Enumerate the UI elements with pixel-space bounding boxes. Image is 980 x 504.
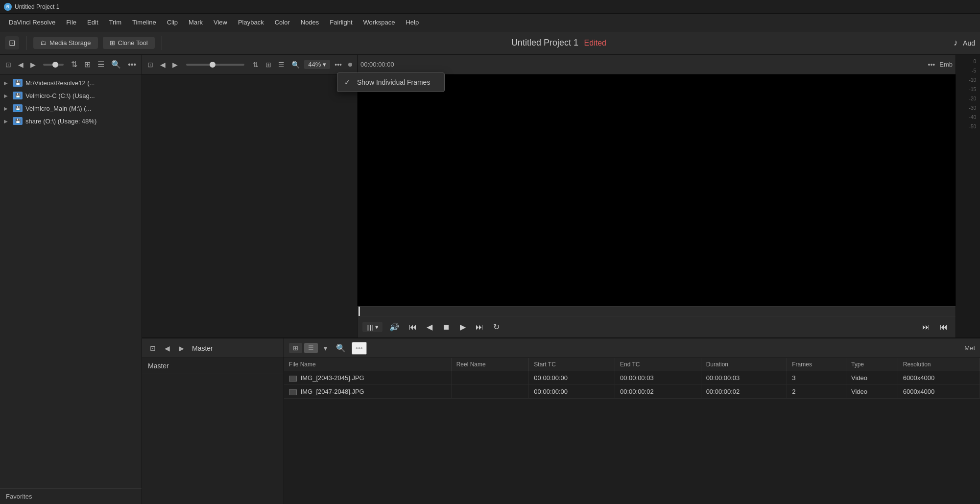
menu-edit[interactable]: Edit (82, 17, 103, 28)
skip-to-start-button[interactable]: ⏮ (406, 321, 420, 334)
browser-top-toolbar: ⊡ ◀ ▶ ⇅ ⊞ ☰ 🔍 44% ▾ (142, 55, 357, 74)
col-type: Type (846, 358, 898, 371)
grid-view-button[interactable]: ⊞ (82, 58, 93, 71)
bt-sort-button[interactable]: ⇅ (250, 59, 261, 70)
dropdown-menu: ✓ Show Individual Frames (337, 72, 445, 92)
vu-label-2: -10 (958, 77, 978, 83)
grid-view-toggle[interactable]: ⊞ (289, 343, 302, 353)
cell-duration-0: 00:00:00:03 (701, 371, 787, 385)
drive-item-1[interactable]: ▶ 💾 Velmicro-C (C:\) (Usag... (0, 89, 142, 102)
menu-color[interactable]: Color (270, 17, 295, 28)
play-button[interactable]: ▶ (457, 320, 469, 334)
cell-frames-0: 3 (787, 371, 846, 385)
expand-icon-3: ▶ (4, 119, 10, 124)
zoom-display[interactable]: 44% ▾ (304, 60, 330, 69)
media-storage-button[interactable]: 🗂 Media Storage (33, 37, 98, 49)
upper-section: ⊡ ◀ ▶ ⇅ ⊞ ☰ 🔍 44% ▾ (142, 55, 980, 337)
more-options-button[interactable]: ••• (125, 59, 139, 71)
menu-fairlight[interactable]: Fairlight (325, 17, 357, 28)
volume-button[interactable]: 🔊 (386, 320, 402, 334)
list-view-toggle[interactable]: ☰ (304, 343, 318, 353)
show-individual-frames-item[interactable]: ✓ Show Individual Frames (337, 75, 444, 90)
bl-next-button[interactable]: ▶ (176, 343, 187, 354)
clone-tool-button[interactable]: ⊞ Clone Tool (103, 37, 155, 49)
cell-duration-1: 00:00:00:02 (701, 385, 787, 399)
menu-file[interactable]: File (61, 17, 81, 28)
first-frame-button[interactable]: ⏮ (937, 321, 951, 334)
loop-button[interactable]: ↻ (490, 320, 502, 334)
bottom-search-button[interactable]: 🔍 (333, 342, 349, 354)
bt-search-button[interactable]: 🔍 (289, 59, 302, 70)
drive-item-2[interactable]: ▶ 💾 Velmicro_Main (M:\) (... (0, 102, 142, 115)
menu-davinci[interactable]: DaVinci Resolve (4, 17, 60, 28)
left-panel-toolbar: ⊡ ◀ ▶ ⇅ ⊞ ☰ 🔍 ••• (0, 55, 142, 74)
drive-item-0[interactable]: ▶ 💾 M:\Videos\Resolve12 (... (0, 76, 142, 89)
list-view-button[interactable]: ☰ (95, 58, 107, 71)
vu-label-5: -30 (958, 105, 978, 111)
audio-label: Aud (963, 39, 975, 47)
cell-resolution-0: 6000x4000 (898, 371, 980, 385)
menu-mark[interactable]: Mark (184, 17, 208, 28)
panel-toggle-button[interactable]: ⊡ (3, 59, 14, 70)
cell-filename-1: IMG_[2047-2048].JPG (284, 385, 451, 399)
table-row[interactable]: IMG_[2043-2045].JPG 00:00:00:00 00:00:00… (284, 371, 980, 385)
cell-filename-0: IMG_[2043-2045].JPG (284, 371, 451, 385)
cell-type-1: Video (846, 385, 898, 399)
col-endtc: End TC (615, 358, 701, 371)
nav-prev-button[interactable]: ◀ (16, 59, 26, 70)
cell-starttc-1: 00:00:00:00 (529, 385, 615, 399)
bt-list-button[interactable]: ☰ (276, 59, 287, 70)
left-file-panel: ⊡ ◀ ▶ ⇅ ⊞ ☰ 🔍 ••• ▶ 💾 M:\Videos\Resolve1… (0, 55, 142, 504)
menu-timeline[interactable]: Timeline (127, 17, 161, 28)
toolbar-separator-1 (26, 36, 26, 50)
master-label-header: Master (142, 358, 284, 374)
dropdown-toggle-button[interactable]: ▾ (321, 343, 330, 354)
browser-panel: ⊡ ◀ ▶ ⇅ ⊞ ☰ 🔍 44% ▾ (142, 55, 358, 337)
bt-prev-button[interactable]: ◀ (158, 59, 168, 70)
bt-toggle-button[interactable]: ⊡ (145, 59, 156, 70)
master-header-text: Master (148, 362, 169, 370)
workspace-toggle-button[interactable]: ⊡ (5, 36, 19, 49)
waveform-display[interactable]: |||| ▾ (362, 322, 382, 332)
menu-help[interactable]: Help (401, 17, 424, 28)
bt-grid-button[interactable]: ⊞ (263, 59, 274, 70)
file-thumb-icon-1 (289, 389, 297, 395)
step-back-button[interactable]: ◀ (424, 320, 435, 334)
bottom-more-button[interactable]: ••• (352, 342, 367, 355)
zoom-slider[interactable] (43, 64, 64, 66)
app-icon: R (4, 3, 12, 11)
viewer-more-button[interactable]: ••• (926, 59, 938, 70)
scrubber-thumb (359, 307, 360, 316)
bt-next-button[interactable]: ▶ (170, 59, 180, 70)
vu-meter-panel: 0 -5 -10 -15 -20 -30 -40 -50 (956, 55, 980, 337)
viewer-toolbar: 00:00:00:00 ••• Emb (358, 55, 956, 74)
vu-label-1: -5 (958, 68, 978, 73)
sort-icon[interactable]: ⇅ (69, 58, 80, 71)
table-row[interactable]: IMG_[2047-2048].JPG 00:00:00:00 00:00:00… (284, 385, 980, 399)
bottom-left-panel: ⊡ ◀ ▶ Master Master (142, 338, 284, 504)
browser-zoom-slider[interactable] (186, 64, 244, 66)
vu-label-7: -50 (958, 124, 978, 129)
menu-workspace[interactable]: Workspace (359, 17, 400, 28)
drive-label-3: share (O:\) (Usage: 48%) (25, 118, 96, 125)
menu-nodes[interactable]: Nodes (296, 17, 324, 28)
nav-next-button[interactable]: ▶ (28, 59, 38, 70)
vu-label-3: -15 (958, 87, 978, 92)
last-frame-button[interactable]: ⏭ (919, 321, 933, 334)
menu-trim[interactable]: Trim (104, 17, 127, 28)
bin-table: File Name Reel Name Start TC End TC Dura… (284, 358, 980, 399)
stop-button[interactable]: ⏹ (439, 321, 453, 334)
skip-forward-button[interactable]: ⏭ (473, 321, 486, 334)
bl-prev-button[interactable]: ◀ (162, 343, 173, 354)
expand-icon-0: ▶ (4, 80, 10, 86)
bt-more-button[interactable]: ••• (332, 59, 344, 70)
search-button[interactable]: 🔍 (109, 58, 123, 71)
col-starttc: Start TC (529, 358, 615, 371)
menu-playback[interactable]: Playback (233, 17, 269, 28)
menu-clip[interactable]: Clip (162, 17, 183, 28)
bl-toggle-button[interactable]: ⊡ (147, 343, 159, 354)
menu-view[interactable]: View (209, 17, 232, 28)
scrubber-bar[interactable] (358, 306, 956, 316)
drive-item-3[interactable]: ▶ 💾 share (O:\) (Usage: 48%) (0, 115, 142, 127)
media-storage-label: Media Storage (49, 39, 91, 47)
